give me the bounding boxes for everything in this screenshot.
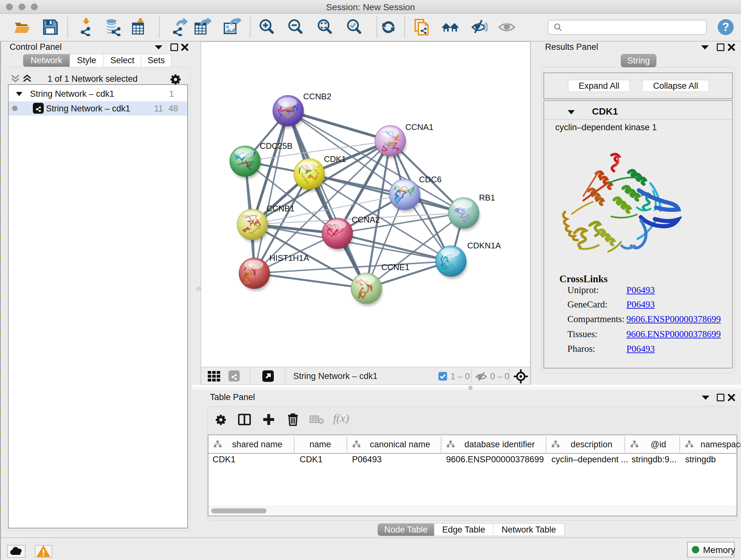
svg-text:CCNA1: CCNA1 bbox=[405, 122, 433, 132]
svg-text:CCNE1: CCNE1 bbox=[381, 262, 409, 272]
svg-text:CDC6: CDC6 bbox=[419, 175, 442, 184]
svg-text:?: ? bbox=[722, 20, 729, 34]
svg-text:CDC25B: CDC25B bbox=[260, 141, 293, 151]
svg-text:CCNB1: CCNB1 bbox=[266, 204, 294, 213]
svg-text:RB1: RB1 bbox=[479, 193, 495, 202]
svg-text:CDK1: CDK1 bbox=[324, 154, 346, 164]
svg-text:CCNB2: CCNB2 bbox=[303, 91, 331, 101]
svg-text:CDKN1A: CDKN1A bbox=[467, 241, 501, 250]
svg-text:HIST1H1A: HIST1H1A bbox=[269, 253, 309, 263]
svg-text:CCNA2: CCNA2 bbox=[352, 215, 380, 225]
